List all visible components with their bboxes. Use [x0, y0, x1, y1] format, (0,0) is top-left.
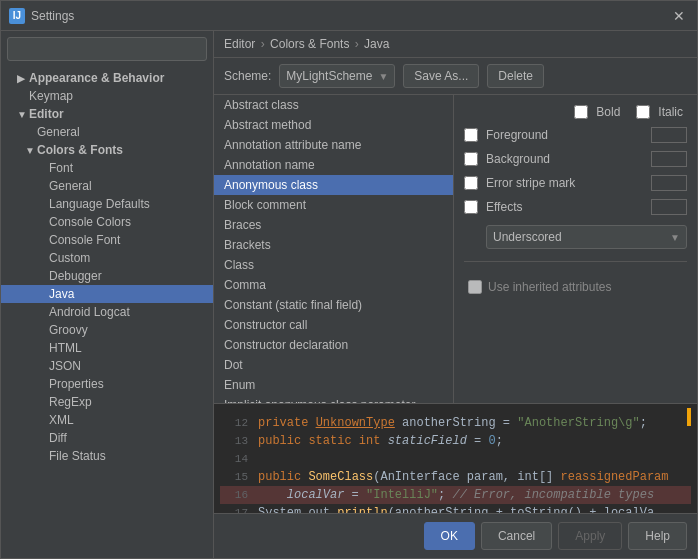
sidebar-item-label: Console Colors [49, 215, 131, 229]
foreground-checkbox[interactable] [464, 128, 478, 142]
list-item-anonymous-class[interactable]: Anonymous class [214, 175, 453, 195]
help-button[interactable]: Help [628, 522, 687, 550]
bold-italic-row: Bold Italic [464, 105, 687, 119]
close-button[interactable]: ✕ [669, 6, 689, 26]
effects-checkbox[interactable] [464, 200, 478, 214]
list-item[interactable]: Constant (static final field) [214, 295, 453, 315]
foreground-color-swatch[interactable] [651, 127, 687, 143]
sidebar-item-console-font[interactable]: Console Font [1, 231, 213, 249]
sidebar-item-label: XML [49, 413, 74, 427]
sidebar-item-custom[interactable]: Custom [1, 249, 213, 267]
list-item[interactable]: Comma [214, 275, 453, 295]
search-input[interactable] [7, 37, 207, 61]
list-item[interactable]: Abstract method [214, 115, 453, 135]
line-number: 13 [220, 432, 248, 450]
list-item[interactable]: Constructor call [214, 315, 453, 335]
sidebar-item-label: RegExp [49, 395, 92, 409]
sidebar-item-keymap[interactable]: Keymap [1, 87, 213, 105]
list-item[interactable]: Enum [214, 375, 453, 395]
inherited-checkbox[interactable] [468, 280, 482, 294]
chevron-down-icon: ▼ [378, 71, 388, 82]
sidebar-item-json[interactable]: JSON [1, 357, 213, 375]
sidebar-item-properties[interactable]: Properties [1, 375, 213, 393]
ok-button[interactable]: OK [424, 522, 475, 550]
sidebar-item-regexp[interactable]: RegExp [1, 393, 213, 411]
list-item[interactable]: Abstract class [214, 95, 453, 115]
sidebar-item-label: Custom [49, 251, 90, 265]
sidebar-item-java[interactable]: Java [1, 285, 213, 303]
italic-label: Italic [658, 105, 683, 119]
search-box [7, 37, 207, 61]
list-item[interactable]: Class [214, 255, 453, 275]
list-item[interactable]: Block comment [214, 195, 453, 215]
options-panel: Bold Italic Foreground [454, 95, 697, 403]
sidebar-item-label: Java [49, 287, 74, 301]
cancel-button[interactable]: Cancel [481, 522, 552, 550]
effects-type-row: Underscored ▼ [464, 225, 687, 249]
error-stripe-row: Error stripe mark [464, 175, 687, 191]
sidebar-item-groovy[interactable]: Groovy [1, 321, 213, 339]
bold-checkbox[interactable] [574, 105, 588, 119]
delete-button[interactable]: Delete [487, 64, 544, 88]
right-marker [687, 408, 691, 426]
background-checkbox[interactable] [464, 152, 478, 166]
list-item[interactable]: Dot [214, 355, 453, 375]
list-item[interactable]: Annotation attribute name [214, 135, 453, 155]
list-item[interactable]: Implicit anonymous class parameter [214, 395, 453, 403]
apply-button[interactable]: Apply [558, 522, 622, 550]
sidebar-item-appearance[interactable]: ▶ Appearance & Behavior [1, 69, 213, 87]
sidebar-item-diff[interactable]: Diff [1, 429, 213, 447]
breadcrumb-editor: Editor [224, 37, 255, 51]
line-number: 14 [220, 450, 248, 468]
error-stripe-color-swatch[interactable] [651, 175, 687, 191]
sidebar-item-label: HTML [49, 341, 82, 355]
error-stripe-checkbox[interactable] [464, 176, 478, 190]
line-number: 16 [220, 486, 248, 504]
sidebar-item-font[interactable]: Font [1, 159, 213, 177]
code-line: 16 localVar = "IntelliJ"; // Error, inco… [220, 486, 691, 504]
background-color-swatch[interactable] [651, 151, 687, 167]
sidebar-item-label: Appearance & Behavior [29, 71, 164, 85]
inherited-label: Use inherited attributes [488, 280, 611, 294]
bold-label: Bold [596, 105, 620, 119]
line-number: 17 [220, 504, 248, 513]
bold-checkbox-row: Bold [574, 105, 620, 119]
scheme-dropdown[interactable]: MyLightScheme ▼ [279, 64, 395, 88]
sidebar: ▶ Appearance & Behavior Keymap ▼ Editor … [1, 31, 214, 558]
settings-window: IJ Settings ✕ ▶ Appearance & Behavior Ke… [0, 0, 698, 559]
sidebar-item-xml[interactable]: XML [1, 411, 213, 429]
list-item[interactable]: Annotation name [214, 155, 453, 175]
list-item[interactable]: Constructor declaration [214, 335, 453, 355]
sidebar-item-android-logcat[interactable]: Android Logcat [1, 303, 213, 321]
scheme-label: Scheme: [224, 69, 271, 83]
sidebar-item-label: File Status [49, 449, 106, 463]
sidebar-item-editor[interactable]: ▼ Editor [1, 105, 213, 123]
effects-type-value: Underscored [493, 230, 562, 244]
sidebar-item-language-defaults[interactable]: Language Defaults [1, 195, 213, 213]
sidebar-item-label: Keymap [29, 89, 73, 103]
list-item[interactable]: Brackets [214, 235, 453, 255]
sidebar-item-label: General [37, 125, 80, 139]
sidebar-item-general2[interactable]: General [1, 177, 213, 195]
sidebar-item-html[interactable]: HTML [1, 339, 213, 357]
bottom-bar: OK Cancel Apply Help [214, 513, 697, 558]
sidebar-item-file-status[interactable]: File Status [1, 447, 213, 465]
window-title: Settings [31, 9, 669, 23]
sidebar-item-console-colors[interactable]: Console Colors [1, 213, 213, 231]
sidebar-item-general[interactable]: General [1, 123, 213, 141]
breadcrumb-java: Java [364, 37, 389, 51]
scheme-value: MyLightScheme [286, 69, 372, 83]
foreground-label: Foreground [486, 128, 548, 142]
effects-color-swatch[interactable] [651, 199, 687, 215]
italic-checkbox[interactable] [636, 105, 650, 119]
italic-checkbox-row: Italic [636, 105, 683, 119]
line-number: 15 [220, 468, 248, 486]
sidebar-item-debugger[interactable]: Debugger [1, 267, 213, 285]
effects-type-dropdown[interactable]: Underscored ▼ [486, 225, 687, 249]
arrow-icon: ▶ [17, 73, 29, 84]
scheme-bar: Scheme: MyLightScheme ▼ Save As... Delet… [214, 58, 697, 95]
save-as-button[interactable]: Save As... [403, 64, 479, 88]
sidebar-item-colors-fonts[interactable]: ▼ Colors & Fonts [1, 141, 213, 159]
code-line: 15 public SomeClass(AnInterface param, i… [220, 468, 691, 486]
list-item[interactable]: Braces [214, 215, 453, 235]
